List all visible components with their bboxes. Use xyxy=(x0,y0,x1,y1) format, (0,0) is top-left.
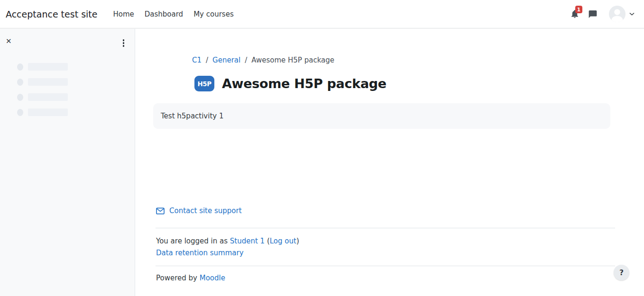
login-info: You are logged in as Student 1 (Log out)… xyxy=(156,235,299,259)
user-silhouette-icon xyxy=(609,6,626,22)
logout-link[interactable]: Log out xyxy=(270,237,296,245)
data-retention-link[interactable]: Data retention summary xyxy=(156,249,244,257)
site-brand-link[interactable]: Acceptance test site xyxy=(6,9,97,19)
notification-count-badge: 1 xyxy=(575,6,582,13)
avatar xyxy=(609,6,626,22)
breadcrumb: C1 / General / Awesome H5P package xyxy=(192,56,334,64)
messages-button[interactable] xyxy=(588,9,598,19)
moodle-link[interactable]: Moodle xyxy=(200,274,225,282)
logged-in-prefix: You are logged in as xyxy=(156,237,230,245)
skeleton-row xyxy=(17,108,68,116)
powered-by: Powered by Moodle xyxy=(156,274,225,282)
help-button[interactable]: ? xyxy=(614,265,629,280)
profile-link[interactable]: Student 1 xyxy=(230,237,265,245)
main-content: C1 / General / Awesome H5P package H5P A… xyxy=(135,28,644,296)
skeleton-row xyxy=(17,78,68,86)
activity-description-box: Test h5pactivity 1 xyxy=(153,103,610,129)
activity-header: H5P Awesome H5P package xyxy=(194,76,386,91)
notifications-button[interactable]: 1 xyxy=(570,9,580,19)
footer-divider xyxy=(156,266,615,266)
nav-link-dashboard[interactable]: Dashboard xyxy=(139,10,188,18)
close-drawer-button[interactable]: ✕ xyxy=(6,38,12,45)
breadcrumb-section-link[interactable]: General xyxy=(212,56,240,64)
breadcrumb-current: Awesome H5P package xyxy=(251,56,334,64)
drawer-kebab-menu-icon[interactable] xyxy=(122,38,126,48)
user-menu[interactable] xyxy=(609,6,636,22)
chevron-down-icon xyxy=(629,12,635,16)
loading-skeleton xyxy=(17,63,68,124)
nav-link-home[interactable]: Home xyxy=(108,10,139,18)
paren-close: ) xyxy=(296,237,299,245)
envelope-icon xyxy=(156,207,165,215)
top-navbar: Acceptance test site Home Dashboard My c… xyxy=(0,0,644,28)
powered-by-text: Powered by xyxy=(156,274,200,282)
breadcrumb-separator: / xyxy=(245,56,247,64)
paren-open: ( xyxy=(265,237,270,245)
h5p-activity-icon: H5P xyxy=(194,76,214,91)
breadcrumb-course-link[interactable]: C1 xyxy=(192,56,202,64)
course-index-drawer: ✕ xyxy=(0,29,135,296)
breadcrumb-separator: / xyxy=(206,56,208,64)
primary-nav: Home Dashboard My courses xyxy=(108,10,239,18)
chat-bubble-icon xyxy=(588,9,598,19)
page-title: Awesome H5P package xyxy=(222,76,386,91)
activity-description-text: Test h5pactivity 1 xyxy=(161,112,223,120)
contact-site-support-label: Contact site support xyxy=(169,206,242,215)
footer-divider xyxy=(156,228,615,228)
navbar-actions: 1 xyxy=(570,6,636,22)
contact-site-support-link[interactable]: Contact site support xyxy=(156,206,242,215)
nav-link-my-courses[interactable]: My courses xyxy=(188,10,239,18)
skeleton-row xyxy=(17,63,68,71)
skeleton-row xyxy=(17,93,68,101)
